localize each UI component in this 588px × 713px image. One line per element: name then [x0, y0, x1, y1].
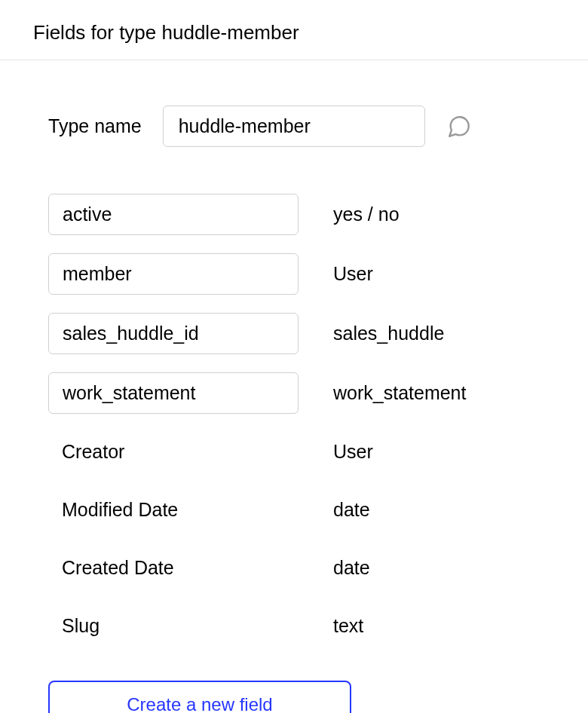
field-name-input[interactable] — [48, 253, 299, 295]
system-field-row: Slug text — [48, 606, 588, 646]
field-row: User — [48, 253, 588, 295]
field-type-label[interactable]: yes / no — [299, 203, 400, 225]
fields-list: yes / no User sales_huddle work_statemen… — [48, 194, 588, 646]
system-field-row: Created Date date — [48, 548, 588, 588]
type-name-label: Type name — [48, 115, 142, 137]
field-row: work_statement — [48, 372, 588, 414]
system-field-row: Modified Date date — [48, 490, 588, 530]
system-field-name: Creator — [48, 432, 299, 472]
system-field-name: Modified Date — [48, 490, 299, 530]
field-row: yes / no — [48, 194, 588, 235]
field-type-label[interactable]: sales_huddle — [299, 323, 444, 344]
system-field-row: Creator User — [48, 432, 588, 472]
field-type-label[interactable]: work_statement — [299, 382, 466, 404]
field-type-label: date — [299, 557, 370, 579]
system-field-name: Slug — [48, 606, 299, 646]
type-name-input[interactable] — [163, 106, 425, 147]
field-row: sales_huddle — [48, 313, 588, 354]
create-new-field-button[interactable]: Create a new field — [48, 681, 351, 713]
field-type-label: User — [299, 441, 373, 463]
field-name-input[interactable] — [48, 194, 299, 235]
type-name-row: Type name — [48, 106, 588, 147]
field-type-label: text — [299, 615, 363, 637]
field-type-label[interactable]: User — [299, 263, 373, 285]
chat-bubble-icon[interactable] — [446, 114, 472, 139]
field-type-label: date — [299, 499, 370, 521]
system-field-name: Created Date — [48, 548, 299, 588]
field-name-input[interactable] — [48, 372, 299, 414]
field-name-input[interactable] — [48, 313, 299, 354]
page-title: Fields for type huddle-member — [0, 0, 588, 60]
